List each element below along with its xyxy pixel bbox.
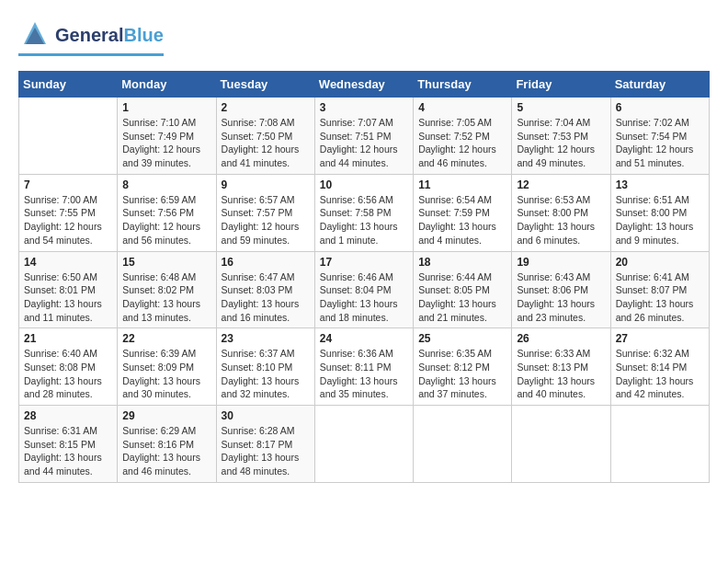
- logo-underline: [18, 53, 164, 56]
- calendar-header-friday: Friday: [512, 72, 610, 98]
- day-number: 20: [616, 256, 704, 269]
- calendar-cell: 9Sunrise: 6:57 AM Sunset: 7:57 PM Daylig…: [216, 174, 314, 251]
- day-number: 19: [517, 256, 605, 269]
- calendar-cell: 5Sunrise: 7:04 AM Sunset: 7:53 PM Daylig…: [512, 98, 610, 175]
- day-info: Sunrise: 6:35 AM Sunset: 8:12 PM Dayligh…: [418, 347, 506, 401]
- calendar-cell: 24Sunrise: 6:36 AM Sunset: 8:11 PM Dayli…: [314, 328, 413, 406]
- day-info: Sunrise: 7:10 AM Sunset: 7:49 PM Dayligh…: [122, 116, 210, 170]
- calendar-week-row: 14Sunrise: 6:50 AM Sunset: 8:01 PM Dayli…: [19, 251, 710, 328]
- day-info: Sunrise: 6:41 AM Sunset: 8:07 PM Dayligh…: [616, 270, 704, 325]
- calendar-cell: 22Sunrise: 6:39 AM Sunset: 8:09 PM Dayli…: [118, 328, 216, 406]
- day-number: 28: [24, 409, 112, 422]
- calendar-header-sunday: Sunday: [19, 72, 118, 98]
- calendar-cell: 18Sunrise: 6:44 AM Sunset: 8:05 PM Dayli…: [414, 251, 512, 328]
- calendar-header-tuesday: Tuesday: [216, 72, 314, 98]
- calendar-week-row: 7Sunrise: 7:00 AM Sunset: 7:55 PM Daylig…: [19, 174, 710, 251]
- calendar-cell: 12Sunrise: 6:53 AM Sunset: 8:00 PM Dayli…: [512, 174, 610, 251]
- day-info: Sunrise: 6:32 AM Sunset: 8:14 PM Dayligh…: [616, 347, 704, 401]
- day-info: Sunrise: 6:59 AM Sunset: 7:56 PM Dayligh…: [122, 193, 210, 247]
- calendar-table: SundayMondayTuesdayWednesdayThursdayFrid…: [18, 71, 710, 483]
- day-info: Sunrise: 7:07 AM Sunset: 7:51 PM Dayligh…: [320, 116, 408, 170]
- calendar-cell: 26Sunrise: 6:33 AM Sunset: 8:13 PM Dayli…: [512, 328, 610, 406]
- calendar-cell: 10Sunrise: 6:56 AM Sunset: 7:58 PM Dayli…: [314, 174, 413, 251]
- day-number: 29: [122, 409, 210, 422]
- calendar-header-saturday: Saturday: [610, 72, 709, 98]
- day-number: 23: [222, 332, 310, 345]
- calendar-cell: 8Sunrise: 6:59 AM Sunset: 7:56 PM Daylig…: [118, 174, 216, 251]
- day-number: 8: [122, 178, 210, 191]
- calendar-week-row: 21Sunrise: 6:40 AM Sunset: 8:08 PM Dayli…: [19, 328, 710, 406]
- day-number: 25: [418, 332, 506, 345]
- day-info: Sunrise: 7:04 AM Sunset: 7:53 PM Dayligh…: [517, 116, 605, 170]
- day-info: Sunrise: 6:50 AM Sunset: 8:01 PM Dayligh…: [24, 270, 112, 325]
- day-info: Sunrise: 6:29 AM Sunset: 8:16 PM Dayligh…: [122, 424, 210, 478]
- day-info: Sunrise: 6:54 AM Sunset: 7:59 PM Dayligh…: [418, 193, 506, 247]
- day-number: 11: [418, 178, 506, 191]
- day-number: 22: [122, 332, 210, 345]
- calendar-header-monday: Monday: [118, 72, 216, 98]
- day-info: Sunrise: 7:05 AM Sunset: 7:52 PM Dayligh…: [418, 116, 506, 170]
- day-number: 15: [122, 256, 210, 269]
- day-number: 14: [24, 256, 112, 269]
- day-info: Sunrise: 6:46 AM Sunset: 8:04 PM Dayligh…: [320, 270, 408, 325]
- day-number: 24: [320, 332, 408, 345]
- calendar-cell: 4Sunrise: 7:05 AM Sunset: 7:52 PM Daylig…: [414, 98, 512, 175]
- day-info: Sunrise: 7:08 AM Sunset: 7:50 PM Dayligh…: [222, 116, 310, 170]
- day-info: Sunrise: 6:31 AM Sunset: 8:15 PM Dayligh…: [24, 424, 112, 478]
- day-number: 6: [616, 101, 704, 114]
- day-info: Sunrise: 6:44 AM Sunset: 8:05 PM Dayligh…: [418, 270, 506, 325]
- calendar-cell: [314, 406, 413, 483]
- day-info: Sunrise: 6:57 AM Sunset: 7:57 PM Dayligh…: [222, 193, 310, 247]
- calendar-week-row: 28Sunrise: 6:31 AM Sunset: 8:15 PM Dayli…: [19, 406, 710, 483]
- page-header: GeneralBlue: [18, 18, 710, 56]
- day-info: Sunrise: 6:28 AM Sunset: 8:17 PM Dayligh…: [222, 424, 310, 478]
- day-info: Sunrise: 6:43 AM Sunset: 8:06 PM Dayligh…: [517, 270, 605, 325]
- day-info: Sunrise: 6:40 AM Sunset: 8:08 PM Dayligh…: [24, 347, 112, 401]
- day-info: Sunrise: 7:02 AM Sunset: 7:54 PM Dayligh…: [616, 116, 704, 170]
- calendar-cell: 3Sunrise: 7:07 AM Sunset: 7:51 PM Daylig…: [314, 98, 413, 175]
- calendar-cell: 23Sunrise: 6:37 AM Sunset: 8:10 PM Dayli…: [216, 328, 314, 406]
- day-number: 17: [320, 256, 408, 269]
- day-number: 30: [222, 409, 310, 422]
- calendar-cell: 20Sunrise: 6:41 AM Sunset: 8:07 PM Dayli…: [610, 251, 709, 328]
- calendar-cell: 11Sunrise: 6:54 AM Sunset: 7:59 PM Dayli…: [414, 174, 512, 251]
- calendar-cell: [414, 406, 512, 483]
- calendar-cell: 30Sunrise: 6:28 AM Sunset: 8:17 PM Dayli…: [216, 406, 314, 483]
- calendar-cell: 28Sunrise: 6:31 AM Sunset: 8:15 PM Dayli…: [19, 406, 118, 483]
- day-info: Sunrise: 6:39 AM Sunset: 8:09 PM Dayligh…: [122, 347, 210, 401]
- day-info: Sunrise: 6:48 AM Sunset: 8:02 PM Dayligh…: [122, 270, 210, 325]
- calendar-cell: 25Sunrise: 6:35 AM Sunset: 8:12 PM Dayli…: [414, 328, 512, 406]
- day-number: 4: [418, 101, 506, 114]
- calendar-header-thursday: Thursday: [414, 72, 512, 98]
- day-number: 3: [320, 101, 408, 114]
- calendar-cell: 21Sunrise: 6:40 AM Sunset: 8:08 PM Dayli…: [19, 328, 118, 406]
- calendar-cell: 2Sunrise: 7:08 AM Sunset: 7:50 PM Daylig…: [216, 98, 314, 175]
- day-number: 27: [616, 332, 704, 345]
- day-number: 2: [222, 101, 310, 114]
- calendar-cell: [610, 406, 709, 483]
- day-info: Sunrise: 6:37 AM Sunset: 8:10 PM Dayligh…: [222, 347, 310, 401]
- day-number: 1: [122, 101, 210, 114]
- day-info: Sunrise: 6:47 AM Sunset: 8:03 PM Dayligh…: [222, 270, 310, 325]
- calendar-cell: 13Sunrise: 6:51 AM Sunset: 8:00 PM Dayli…: [610, 174, 709, 251]
- calendar-week-row: 1Sunrise: 7:10 AM Sunset: 7:49 PM Daylig…: [19, 98, 710, 175]
- day-number: 10: [320, 178, 408, 191]
- day-info: Sunrise: 6:33 AM Sunset: 8:13 PM Dayligh…: [517, 347, 605, 401]
- logo: GeneralBlue: [18, 18, 164, 56]
- day-number: 12: [517, 178, 605, 191]
- day-number: 13: [616, 178, 704, 191]
- day-number: 5: [517, 101, 605, 114]
- calendar-cell: [512, 406, 610, 483]
- calendar-header-row: SundayMondayTuesdayWednesdayThursdayFrid…: [19, 72, 710, 98]
- day-info: Sunrise: 6:56 AM Sunset: 7:58 PM Dayligh…: [320, 193, 408, 247]
- calendar-cell: 1Sunrise: 7:10 AM Sunset: 7:49 PM Daylig…: [118, 98, 216, 175]
- calendar-cell: [19, 98, 118, 175]
- calendar-cell: 27Sunrise: 6:32 AM Sunset: 8:14 PM Dayli…: [610, 328, 709, 406]
- day-info: Sunrise: 6:53 AM Sunset: 8:00 PM Dayligh…: [517, 193, 605, 247]
- day-number: 16: [222, 256, 310, 269]
- calendar-cell: 29Sunrise: 6:29 AM Sunset: 8:16 PM Dayli…: [118, 406, 216, 483]
- day-number: 21: [24, 332, 112, 345]
- calendar-cell: 7Sunrise: 7:00 AM Sunset: 7:55 PM Daylig…: [19, 174, 118, 251]
- day-info: Sunrise: 6:51 AM Sunset: 8:00 PM Dayligh…: [616, 193, 704, 247]
- calendar-header-wednesday: Wednesday: [314, 72, 413, 98]
